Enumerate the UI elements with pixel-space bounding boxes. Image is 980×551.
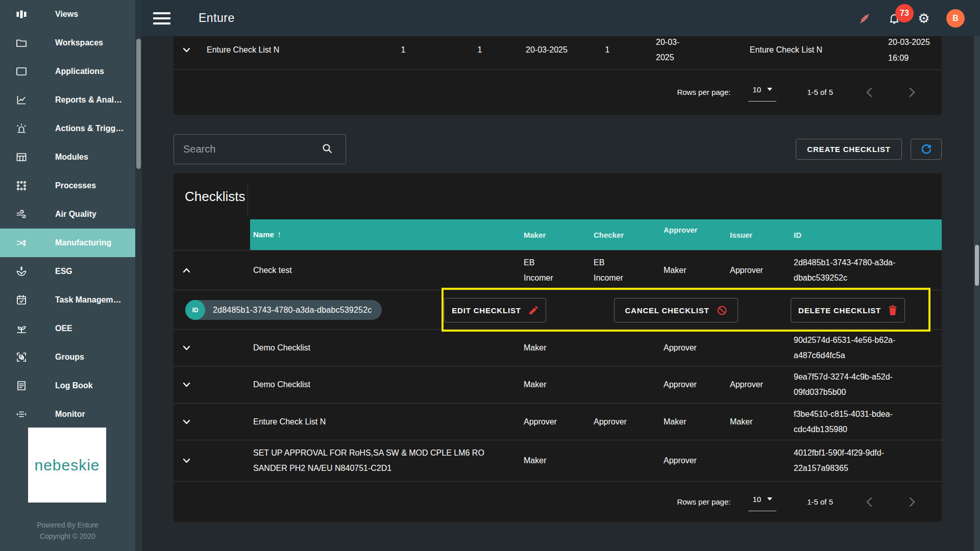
brand-logo: nebeskie <box>28 428 106 503</box>
pencil-icon <box>528 305 538 315</box>
search-input[interactable] <box>174 143 321 155</box>
sidebar-scrollbar[interactable] <box>135 0 142 551</box>
search-icon[interactable] <box>321 142 333 157</box>
line-chart-icon <box>15 93 28 107</box>
sidebar-item-views[interactable]: Views <box>0 0 135 29</box>
sidebar-item-label: Air Quality <box>55 210 96 219</box>
rows-per-page-label: Rows per page: <box>677 497 730 506</box>
column-header-maker[interactable]: Maker <box>513 231 583 239</box>
pagination-range: 1-5 of 5 <box>807 88 833 96</box>
cell-datetime: 20-03-2025 16:09 <box>883 36 942 66</box>
cell-checker: EB Incomer <box>583 255 653 286</box>
table-row[interactable]: Check test EB Incomer EB Incomer Maker A… <box>174 250 942 290</box>
column-header-approver[interactable]: Approver <box>653 226 720 234</box>
next-page-button[interactable] <box>905 86 919 99</box>
cancel-checklist-button[interactable]: CANCEL CHECKLIST <box>614 298 738 322</box>
next-page-button[interactable] <box>905 495 919 509</box>
cell-date: 20-03-2025 <box>526 42 569 58</box>
app-root: Views Workspaces Applications Reports & … <box>0 0 980 551</box>
table-header-row: Name↑ Maker Checker Approver Issuer ID <box>250 219 942 250</box>
sidebar-item-groups[interactable]: Groups <box>0 343 135 371</box>
sidebar-item-processes[interactable]: Processes <box>0 171 135 200</box>
sidebar-item-label: Groups <box>55 353 84 362</box>
settings-gear-icon[interactable]: ⚙ <box>917 11 931 26</box>
column-header-name[interactable]: Name↑ <box>250 230 513 240</box>
sidebar-item-task-management[interactable]: Task Managem… <box>0 286 135 314</box>
expand-row-button[interactable] <box>174 47 204 53</box>
edit-disabled-icon[interactable] <box>857 11 872 26</box>
table-row[interactable]: Enture Check List N Approver Approver Ma… <box>174 403 942 440</box>
notifications-bell-icon[interactable]: 73 <box>887 11 901 26</box>
row-actions-panel: ID 2d8485b1-3743-4780-a3da-dbabc539252c … <box>174 290 942 329</box>
id-chip: ID 2d8485b1-3743-4780-a3da-dbabc539252c <box>185 300 382 320</box>
rows-per-page-select[interactable]: 10 <box>748 493 776 511</box>
table-row[interactable]: Demo Checklist Maker Approver 90d2574d-6… <box>174 329 942 366</box>
expand-row-button[interactable] <box>174 419 250 424</box>
expand-row-button[interactable] <box>174 345 250 350</box>
pagination: Rows per page: 10 1-5 of 5 <box>174 481 942 522</box>
sidebar-footer: Powered By Enture Copyright © 2020 <box>0 519 135 542</box>
wind-icon <box>15 208 28 221</box>
document-lines-icon <box>15 379 28 392</box>
collapse-row-button[interactable] <box>174 268 250 273</box>
create-checklist-button[interactable]: CREATE CHECKLIST <box>796 139 902 160</box>
user-avatar[interactable]: B <box>946 9 965 28</box>
rows-per-page-select[interactable]: 10 <box>748 83 776 102</box>
sidebar-item-monitor[interactable]: Monitor <box>0 400 135 429</box>
page-scrollbar-thumb[interactable] <box>975 245 979 286</box>
table-row[interactable]: Enture Check List N 1 1 20-03-2025 1 20-… <box>174 36 942 70</box>
sidebar-item-label: Manufacturing <box>55 238 111 247</box>
column-header-checker[interactable]: Checker <box>583 231 653 239</box>
cell-issuer: Approver <box>720 377 783 392</box>
sidebar-item-label: Workspaces <box>55 38 103 47</box>
cell-approver: Maker <box>653 263 720 278</box>
sidebar-item-label: Modules <box>55 153 88 162</box>
dots-grid-icon <box>15 179 28 192</box>
cell-name: Demo Checklist <box>250 373 513 396</box>
cell-issuer: Approver <box>720 263 783 278</box>
sidebar-item-esg[interactable]: ESG <box>0 257 135 286</box>
pagination: Rows per page: 10 1-5 of 5 <box>174 70 942 114</box>
table-grid-icon <box>15 151 28 164</box>
delete-checklist-button[interactable]: DELETE CHECKLIST <box>791 298 905 322</box>
sidebar-item-reports[interactable]: Reports & Anal… <box>0 86 135 114</box>
sprout-icon <box>15 322 28 335</box>
cell-maker: Approver <box>513 414 583 430</box>
cell-name: Enture Check List N <box>689 45 883 55</box>
column-header-id[interactable]: ID <box>783 231 942 239</box>
calendar-check-icon <box>15 293 28 307</box>
table-row[interactable]: SET UP APPROVAL FOR RoHS,SA SW & MOD CPL… <box>174 440 942 481</box>
page-scrollbar[interactable] <box>974 36 980 551</box>
sidebar-item-actions-triggers[interactable]: Actions & Trigg… <box>0 114 135 143</box>
edit-checklist-button[interactable]: EDIT CHECKLIST <box>444 298 546 322</box>
title-divider <box>248 184 248 215</box>
sort-ascending-icon: ↑ <box>277 230 282 239</box>
sidebar-item-oee[interactable]: OEE <box>0 314 135 343</box>
cell-approver: Maker <box>653 414 720 430</box>
expand-row-button[interactable] <box>174 458 250 463</box>
previous-page-button[interactable] <box>863 495 876 509</box>
sidebar-item-label: Reports & Anal… <box>55 95 122 105</box>
previous-page-button[interactable] <box>863 86 876 99</box>
sidebar-item-modules[interactable]: Modules <box>0 143 135 171</box>
table-row[interactable]: Demo Checklist Maker Approver Approver 9… <box>174 366 942 403</box>
expand-row-button[interactable] <box>174 382 250 387</box>
cell-date: 20-03-2025 <box>646 36 689 65</box>
column-header-issuer[interactable]: Issuer <box>720 231 783 239</box>
sidebar-item-workspaces[interactable]: Workspaces <box>0 29 135 57</box>
cell-name: Demo Checklist <box>250 336 513 360</box>
refresh-button[interactable] <box>911 139 942 160</box>
sidebar-item-applications[interactable]: Applications <box>0 57 135 86</box>
sidebar-item-manufacturing[interactable]: Manufacturing <box>0 229 135 257</box>
cell-issuer: Maker <box>720 414 783 430</box>
sidebar-scrollbar-thumb[interactable] <box>136 39 141 169</box>
checklists-card: Checklists Name↑ Maker Checker Approver … <box>174 173 942 522</box>
views-icon <box>15 8 28 21</box>
sidebar-item-label: Applications <box>55 67 104 76</box>
cell-id: 9ea7f57d-3274-4c9b-a52d-09fd037b5b00 <box>783 365 942 404</box>
powered-by-text: Powered By Enture <box>0 519 135 531</box>
menu-button[interactable] <box>153 12 170 24</box>
sidebar-item-log-book[interactable]: Log Book <box>0 371 135 400</box>
sidebar-item-air-quality[interactable]: Air Quality <box>0 200 135 229</box>
page-title: Checklists <box>174 189 245 205</box>
